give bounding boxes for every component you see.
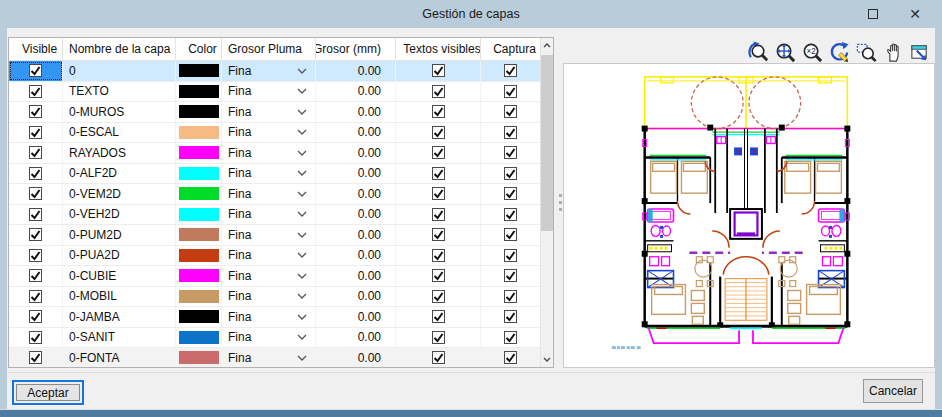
cancel-button[interactable]: Cancelar <box>863 379 923 403</box>
visible-checkbox[interactable] <box>29 64 42 77</box>
visible-checkbox[interactable] <box>29 249 42 262</box>
pen-width-dropdown[interactable]: Fina <box>222 82 316 102</box>
layer-color-swatch[interactable] <box>179 331 219 344</box>
layer-color-swatch[interactable] <box>179 310 219 323</box>
table-row[interactable]: 0-VEH2D Fina 0.00 <box>9 205 540 226</box>
preview-panel[interactable] <box>563 63 935 368</box>
visible-checkbox[interactable] <box>29 290 42 303</box>
texts-visible-checkbox[interactable] <box>432 146 445 159</box>
vertical-scrollbar[interactable] <box>540 38 553 367</box>
capture-checkbox[interactable] <box>504 64 517 77</box>
visible-checkbox[interactable] <box>29 331 42 344</box>
pan-button[interactable] <box>881 40 906 64</box>
texts-visible-checkbox[interactable] <box>432 208 445 221</box>
texts-visible-checkbox[interactable] <box>432 228 445 241</box>
visible-checkbox[interactable] <box>29 351 42 364</box>
visible-checkbox[interactable] <box>29 187 42 200</box>
visible-checkbox[interactable] <box>29 269 42 282</box>
layer-color-swatch[interactable] <box>179 126 219 139</box>
texts-visible-checkbox[interactable] <box>432 167 445 180</box>
capture-checkbox[interactable] <box>504 331 517 344</box>
table-row[interactable]: TEXTO Fina 0.00 <box>9 82 540 103</box>
texts-visible-checkbox[interactable] <box>432 310 445 323</box>
layer-color-swatch[interactable] <box>179 208 219 221</box>
visible-checkbox[interactable] <box>29 167 42 180</box>
capture-checkbox[interactable] <box>504 351 517 364</box>
layer-color-swatch[interactable] <box>179 249 219 262</box>
pen-width-dropdown[interactable]: Fina <box>222 225 316 245</box>
layer-color-swatch[interactable] <box>179 167 219 180</box>
capture-checkbox[interactable] <box>504 187 517 200</box>
visible-checkbox[interactable] <box>29 146 42 159</box>
visible-checkbox[interactable] <box>29 85 42 98</box>
scroll-thumb[interactable] <box>541 55 553 231</box>
layer-color-swatch[interactable] <box>179 146 219 159</box>
visible-checkbox[interactable] <box>29 208 42 221</box>
zoom-previous-button[interactable] <box>746 40 771 64</box>
pen-width-dropdown[interactable]: Fina <box>222 123 316 143</box>
texts-visible-checkbox[interactable] <box>432 331 445 344</box>
visible-checkbox[interactable] <box>29 310 42 323</box>
capture-checkbox[interactable] <box>504 249 517 262</box>
texts-visible-checkbox[interactable] <box>432 187 445 200</box>
texts-visible-checkbox[interactable] <box>432 351 445 364</box>
visible-checkbox[interactable] <box>29 126 42 139</box>
capture-checkbox[interactable] <box>504 167 517 180</box>
table-row[interactable]: 0-ESCAL Fina 0.00 <box>9 123 540 144</box>
zoom-x2-button[interactable]: ×2 <box>800 40 825 64</box>
layer-color-swatch[interactable] <box>179 228 219 241</box>
table-row[interactable]: 0-CUBIE Fina 0.00 <box>9 266 540 287</box>
pen-width-dropdown[interactable]: Fina <box>222 143 316 163</box>
layer-color-swatch[interactable] <box>179 290 219 303</box>
pen-width-dropdown[interactable]: Fina <box>222 205 316 225</box>
table-row[interactable]: 0-VEM2D Fina 0.00 <box>9 184 540 205</box>
maximize-button[interactable] <box>852 0 894 28</box>
titlebar[interactable]: Gestión de capas ✕ <box>0 0 942 28</box>
pen-width-dropdown[interactable]: Fina <box>222 266 316 286</box>
pen-width-dropdown[interactable]: Fina <box>222 287 316 307</box>
layer-color-swatch[interactable] <box>179 105 219 118</box>
texts-visible-checkbox[interactable] <box>432 85 445 98</box>
layer-color-swatch[interactable] <box>179 351 219 364</box>
redraw-button[interactable] <box>827 40 852 64</box>
pen-width-dropdown[interactable]: Fina <box>222 328 316 348</box>
table-row[interactable]: 0-PUM2D Fina 0.00 <box>9 225 540 246</box>
zoom-window-button[interactable] <box>854 40 879 64</box>
table-row[interactable]: 0-PUA2D Fina 0.00 <box>9 246 540 267</box>
texts-visible-checkbox[interactable] <box>432 105 445 118</box>
visible-checkbox[interactable] <box>29 105 42 118</box>
pen-width-dropdown[interactable]: Fina <box>222 348 316 367</box>
pen-width-dropdown[interactable]: Fina <box>222 246 316 266</box>
scroll-up-button[interactable] <box>541 38 553 53</box>
layer-color-swatch[interactable] <box>179 85 219 98</box>
scroll-down-button[interactable] <box>541 352 553 367</box>
table-row[interactable]: 0 Fina 0.00 <box>9 61 540 82</box>
capture-checkbox[interactable] <box>504 228 517 241</box>
table-row[interactable]: 0-SANIT Fina 0.00 <box>9 328 540 349</box>
table-row[interactable]: 0-MOBIL Fina 0.00 <box>9 287 540 308</box>
table-row[interactable]: 0-ALF2D Fina 0.00 <box>9 164 540 185</box>
texts-visible-checkbox[interactable] <box>432 249 445 262</box>
pen-width-dropdown[interactable]: Fina <box>222 184 316 204</box>
layer-color-swatch[interactable] <box>179 64 219 77</box>
layer-color-swatch[interactable] <box>179 187 219 200</box>
visible-checkbox[interactable] <box>29 228 42 241</box>
capture-checkbox[interactable] <box>504 290 517 303</box>
table-row[interactable]: 0-FONTA Fina 0.00 <box>9 348 540 367</box>
pen-width-dropdown[interactable]: Fina <box>222 61 316 81</box>
capture-checkbox[interactable] <box>504 126 517 139</box>
fit-to-window-button[interactable] <box>908 40 933 64</box>
zoom-extents-button[interactable] <box>773 40 798 64</box>
texts-visible-checkbox[interactable] <box>432 64 445 77</box>
accept-button[interactable]: Aceptar <box>16 384 80 401</box>
table-row[interactable]: RAYADOS Fina 0.00 <box>9 143 540 164</box>
table-row[interactable]: 0-MUROS Fina 0.00 <box>9 102 540 123</box>
table-row[interactable]: 0-JAMBA Fina 0.00 <box>9 307 540 328</box>
capture-checkbox[interactable] <box>504 146 517 159</box>
pen-width-dropdown[interactable]: Fina <box>222 307 316 327</box>
pen-width-dropdown[interactable]: Fina <box>222 164 316 184</box>
pen-width-dropdown[interactable]: Fina <box>222 102 316 122</box>
texts-visible-checkbox[interactable] <box>432 126 445 139</box>
close-button[interactable]: ✕ <box>894 0 936 28</box>
capture-checkbox[interactable] <box>504 105 517 118</box>
